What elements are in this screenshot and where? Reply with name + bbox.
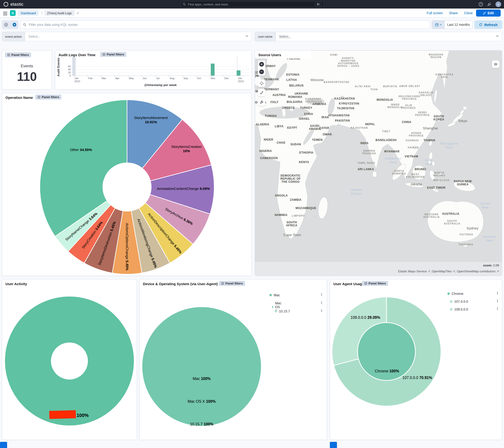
breadcrumb-dashboard[interactable]: Dashboard <box>18 10 38 16</box>
calendar-button[interactable] <box>432 21 445 29</box>
x-tick-label: Aug <box>170 77 175 80</box>
panel-events: Panel filters Events 110 <box>2 50 52 90</box>
partial-week-band <box>72 57 76 76</box>
panel-source-users-map: NORWAYFINLANDESTONIALATVIADENMARKBELARUS… <box>255 50 502 276</box>
map-label: TAIWAN <box>424 139 435 142</box>
elastic-logo[interactable]: elastic <box>3 0 23 9</box>
x-tick-label: May <box>129 77 134 80</box>
chevron-down-icon[interactable] <box>242 34 252 39</box>
map-label: HAINAN <box>408 146 419 149</box>
legend-item[interactable]: Mac <box>270 293 280 297</box>
map-tools-control <box>258 98 265 106</box>
panel-filters-badge[interactable]: Panel filters <box>5 52 31 57</box>
zoom-in-button[interactable]: + <box>258 60 265 68</box>
world-map[interactable]: NORWAYFINLANDESTONIALATVIADENMARKBELARUS… <box>255 51 502 262</box>
map-label: INDIA <box>360 142 369 145</box>
edit-button[interactable]: Edit <box>476 9 501 17</box>
full-screen-link[interactable]: Full screen <box>427 11 443 15</box>
legend-item[interactable]: 10.15.7 <box>275 309 290 313</box>
map-label: NORTHSUMATRA <box>392 170 406 175</box>
y-axis-title: Audit Events <box>57 57 60 76</box>
dashboard-toolbar: D Dashboard [Tines] Audit Logs ✓ Full sc… <box>0 9 504 18</box>
bar[interactable] <box>211 64 215 76</box>
map-label: ZAMBIA <box>290 198 301 202</box>
map-label: SAKHALINOBLAST <box>419 91 433 96</box>
legend-menu-icon[interactable]: ▪▪▪ <box>496 300 499 302</box>
clone-link[interactable]: Clone <box>464 11 473 15</box>
device-os-sunburst[interactable]: Mac 100%Mac OS X 100%10.15.7 100% <box>140 280 327 440</box>
map-label: ARMENIA <box>313 102 326 106</box>
expand-icon[interactable] <box>258 89 265 96</box>
space-avatar[interactable]: D <box>10 10 16 16</box>
event-action-select[interactable]: Select... <box>25 35 242 38</box>
map-label: WESTERNAUSTRALIA <box>423 213 440 218</box>
map-fit-control <box>258 79 265 87</box>
map-label: EAST TIMOR <box>427 186 446 189</box>
audit-bar-chart[interactable]: 0204060Jan2022FebMarAprMayJunJulAugSepOc… <box>55 51 252 90</box>
user-avatar[interactable]: e <box>495 1 501 7</box>
map-expand-control <box>258 89 265 96</box>
map-label: SuluSea <box>425 158 433 166</box>
map-attribution[interactable]: Elastic Maps Service ↗, OpenMapTiles ↗, … <box>398 269 499 273</box>
user-name-select[interactable]: Select... <box>276 35 493 38</box>
control-label: user.name <box>255 32 276 41</box>
legend-item[interactable]: Chrome <box>447 292 464 296</box>
saved-query-icon[interactable] <box>2 20 10 29</box>
map-label: BASHKORTOSTAN <box>324 81 349 83</box>
legend-menu-icon[interactable]: ▪▪▪ <box>496 292 499 295</box>
legend-menu-icon[interactable]: ▪▪▪ <box>320 301 323 304</box>
share-link[interactable]: Share <box>449 11 458 15</box>
map-label: UKRAINE <box>294 92 308 95</box>
time-range-value[interactable]: Last 12 months <box>445 21 472 29</box>
menu-icon[interactable] <box>3 11 7 15</box>
legend-menu-icon[interactable]: ▪▪▪ <box>496 307 499 310</box>
zoom-out-button[interactable]: − <box>258 68 265 76</box>
map-label: CHINA <box>402 120 411 124</box>
map-label: QATAR <box>319 126 329 130</box>
add-filter-icon[interactable] <box>10 20 18 29</box>
layers-flyout-icon[interactable] <box>492 60 500 68</box>
sunburst-label: 107.0.0.0 70.91% <box>402 376 432 380</box>
legend-menu-icon[interactable]: ▪▪▪ <box>320 309 323 312</box>
legend-dot <box>270 294 272 296</box>
map-label: BULGARIA <box>287 100 303 104</box>
news-feed-icon[interactable] <box>487 2 492 7</box>
map-footer: zoom: 2.09 Elastic Maps Service ↗, OpenM… <box>255 262 502 276</box>
operation-name-donut[interactable]: StoryItemsMovement10.91%StoryItemsCreati… <box>2 93 252 276</box>
legend-menu-icon[interactable]: ▪▪▪ <box>320 293 323 296</box>
legend-item[interactable]: 107.0.0.0 <box>450 300 468 303</box>
bar[interactable] <box>237 70 240 76</box>
map-label: NIGER <box>264 138 273 141</box>
map-label: ISRAEL <box>299 117 310 120</box>
control-user-name: user.name Select... <box>255 32 502 41</box>
help-icon[interactable]: ? <box>478 2 483 7</box>
query-bar: Filter your data using KQL syntax Last 1… <box>0 20 504 29</box>
sunburst-ring[interactable] <box>142 307 261 426</box>
map-label: Sydney <box>467 226 479 230</box>
map-label: OMAN <box>323 133 332 136</box>
map-label: SRI LANKA <box>358 168 374 171</box>
map-label: ESTONIA <box>286 73 300 76</box>
wrench-icon[interactable] <box>258 98 265 106</box>
legend-item[interactable]: 109.0.0.0 <box>450 307 468 311</box>
map-label: KENYA <box>299 160 309 164</box>
svg-text:?: ? <box>480 3 482 6</box>
map-label: ALTAI KRAI <box>355 85 371 88</box>
events-metric-label: Events <box>2 64 52 69</box>
refresh-icon <box>479 23 483 27</box>
user-activity-pct: 100% <box>76 413 89 418</box>
map-label: TURKEY <box>300 106 312 110</box>
refresh-button[interactable]: Refresh <box>474 20 502 29</box>
map-label: SOUTHAFRICA <box>286 221 297 227</box>
kql-filter-input[interactable]: Filter your data using KQL syntax <box>20 20 430 29</box>
user-agent-sunburst[interactable]: 109.0.0.0 29.09%Chrome 100%107.0.0.0 70.… <box>330 280 502 440</box>
crosshair-icon[interactable] <box>258 79 265 87</box>
map-label: Tokyo <box>458 119 467 123</box>
chevron-down-icon[interactable] <box>493 34 502 39</box>
map-label: KAZAKHSTAN <box>334 97 355 100</box>
map-label: TASMANIA <box>458 243 473 246</box>
map-label: GERMANY <box>264 88 279 91</box>
breadcrumb-check-icon[interactable]: ✓ <box>76 11 80 15</box>
global-search-input[interactable]: Find apps, content, and more. ⌘/ <box>180 1 324 7</box>
logo-text: elastic <box>10 2 23 7</box>
